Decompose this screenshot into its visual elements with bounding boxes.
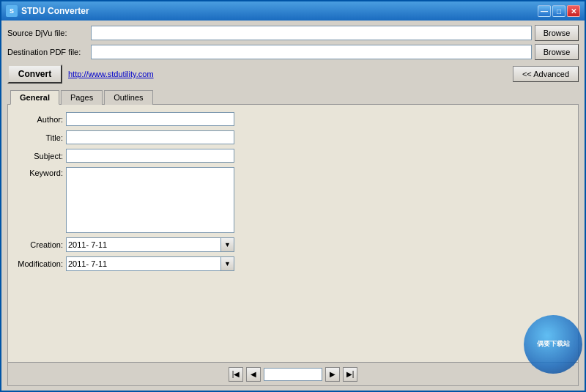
website-link[interactable]: http://www.stdutility.com bbox=[68, 70, 507, 78]
window-controls: — □ ✕ bbox=[538, 5, 580, 17]
title-input[interactable] bbox=[66, 130, 234, 144]
destination-row: Destination PDF file: Browse bbox=[7, 44, 579, 60]
creation-value: 2011- 7-11 bbox=[67, 240, 220, 249]
creation-label: Creation: bbox=[15, 240, 63, 249]
main-window: S STDU Converter — □ ✕ Source DjVu file:… bbox=[0, 0, 586, 392]
general-tab-content: Author: Title: Subject: bbox=[8, 105, 578, 362]
tab-pages[interactable]: Pages bbox=[61, 90, 103, 105]
author-label: Author: bbox=[15, 115, 63, 124]
next-page-button[interactable]: ▶ bbox=[325, 367, 340, 382]
last-page-button[interactable]: ▶| bbox=[343, 367, 357, 382]
tab-outlines[interactable]: Outlines bbox=[104, 90, 152, 105]
minimize-button[interactable]: — bbox=[538, 5, 551, 17]
advanced-button[interactable]: << Advanced bbox=[513, 66, 579, 82]
modification-dropdown[interactable]: 2011- 7-11 ▼ bbox=[66, 256, 234, 271]
creation-dropdown[interactable]: 2011- 7-11 ▼ bbox=[66, 237, 234, 252]
watermark: 偶要下载站 bbox=[524, 315, 582, 374]
keyword-input[interactable] bbox=[66, 167, 234, 233]
modification-value: 2011- 7-11 bbox=[67, 259, 220, 268]
watermark-text: 偶要下载站 bbox=[537, 340, 570, 349]
browse-destination-button[interactable]: Browse bbox=[535, 44, 579, 60]
close-button[interactable]: ✕ bbox=[567, 5, 580, 17]
creation-arrow-icon[interactable]: ▼ bbox=[220, 238, 234, 251]
destination-input[interactable] bbox=[91, 45, 532, 59]
keyword-row: Keyword: bbox=[15, 167, 571, 233]
browse-source-button[interactable]: Browse bbox=[535, 25, 579, 41]
tab-bar: General Pages Outlines bbox=[7, 86, 579, 105]
source-row: Source DjVu file: Browse bbox=[7, 25, 579, 41]
convert-button[interactable]: Convert bbox=[7, 64, 62, 84]
source-label: Source DjVu file: bbox=[7, 29, 88, 37]
first-page-button[interactable]: |◀ bbox=[229, 367, 243, 382]
prev-page-button[interactable]: ◀ bbox=[246, 367, 261, 382]
subject-row: Subject: bbox=[15, 149, 571, 163]
title-row: Title: bbox=[15, 130, 571, 144]
window-title: STDU Converter bbox=[21, 6, 538, 16]
app-icon: S bbox=[6, 5, 18, 17]
bottom-navigation: |◀ ◀ ▶ ▶| bbox=[8, 362, 578, 385]
panel-area: Author: Title: Subject: bbox=[7, 105, 579, 386]
modification-label: Modification: bbox=[15, 259, 63, 268]
tab-general[interactable]: General bbox=[10, 90, 59, 105]
destination-label: Destination PDF file: bbox=[7, 48, 88, 56]
title-label: Title: bbox=[15, 133, 63, 142]
maximize-button[interactable]: □ bbox=[552, 5, 565, 17]
source-input[interactable] bbox=[91, 26, 532, 40]
keyword-label: Keyword: bbox=[15, 167, 63, 177]
watermark-circle: 偶要下载站 bbox=[524, 315, 582, 374]
toolbar-row: Convert http://www.stdutility.com << Adv… bbox=[7, 64, 579, 84]
modification-row: Modification: 2011- 7-11 ▼ bbox=[15, 256, 571, 271]
author-input[interactable] bbox=[66, 112, 234, 126]
main-content: Source DjVu file: Browse Destination PDF… bbox=[1, 21, 585, 391]
subject-label: Subject: bbox=[15, 152, 63, 160]
creation-row: Creation: 2011- 7-11 ▼ bbox=[15, 237, 571, 252]
panel-wrapper: General Pages Outlines Author: Title: bbox=[7, 86, 579, 386]
modification-arrow-icon[interactable]: ▼ bbox=[220, 257, 234, 270]
title-bar: S STDU Converter — □ ✕ bbox=[1, 1, 585, 21]
author-row: Author: bbox=[15, 112, 571, 126]
subject-input[interactable] bbox=[66, 149, 234, 163]
page-number-input[interactable] bbox=[264, 368, 322, 381]
